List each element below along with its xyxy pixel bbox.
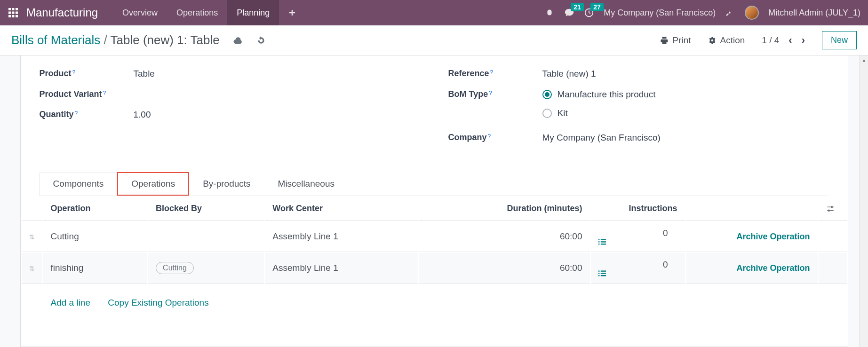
list-icon[interactable] [598,270,677,276]
apps-icon[interactable] [8,7,19,18]
action-label: Action [720,35,745,46]
drag-handle-icon[interactable]: ⇅ [29,265,35,272]
scroll-up-icon[interactable]: ▴ [860,55,868,64]
tools-icon[interactable] [725,8,735,18]
svg-rect-12 [598,239,599,240]
svg-rect-0 [8,8,11,10]
tab-components[interactable]: Components [40,173,118,196]
svg-rect-8 [16,15,18,17]
nav-add-icon[interactable] [279,9,305,16]
pager: 1 / 4 ‹ › [762,34,805,47]
th-blocked-by[interactable]: Blocked By [148,197,264,221]
drag-handle-icon[interactable]: ⇅ [29,233,35,241]
window-scrollbar[interactable]: ▴ [859,55,868,347]
quantity-value[interactable]: 1.00 [134,110,151,120]
activities-badge: 27 [590,3,604,11]
svg-rect-16 [598,244,599,244]
product-value[interactable]: Table [134,69,155,79]
control-bar: Bills of Materials / Table (new) 1: Tabl… [0,25,868,55]
breadcrumb-root[interactable]: Bills of Materials [11,33,100,47]
help-icon[interactable]: ? [103,90,106,96]
svg-point-11 [828,209,830,212]
app-name-label[interactable]: Manufacturing [26,6,98,19]
radio-label: Manufacture this product [557,89,656,100]
nav-item-operations[interactable]: Operations [167,0,227,25]
cell-blocked-by[interactable]: Cutting [148,253,264,284]
breadcrumb-current: Table (new) 1: Table [111,33,220,47]
reference-value[interactable]: Table (new) 1 [542,69,596,79]
archive-operation-link[interactable]: Archive Operation [736,263,810,273]
company-label: Company? [448,133,542,142]
company-value[interactable]: My Company (San Francisco) [542,133,661,143]
help-icon[interactable]: ? [75,110,78,117]
svg-rect-4 [12,12,15,14]
blocked-by-chip: Cutting [156,262,194,274]
activities-icon[interactable]: 27 [584,8,594,18]
cell-blocked-by[interactable] [148,221,264,252]
th-duration[interactable]: Duration (minutes) [419,197,590,221]
cell-instructions[interactable]: 0 [591,253,685,284]
th-work-center[interactable]: Work Center [265,197,418,221]
pager-text[interactable]: 1 / 4 [762,35,779,46]
list-icon[interactable] [598,238,677,245]
help-icon[interactable]: ? [489,90,492,96]
new-button[interactable]: New [822,31,857,49]
svg-rect-7 [12,15,15,17]
operations-table: Operation Blocked By Work Center Duratio… [21,196,848,322]
bom-type-radio-kit[interactable]: Kit [542,108,656,118]
table-row[interactable]: ⇅ Cutting Assembly Line 1 60:00 0 Archiv… [22,221,847,252]
messages-badge: 21 [571,3,584,11]
svg-point-10 [830,206,833,208]
pager-prev-icon[interactable]: ‹ [788,34,792,47]
svg-rect-21 [600,273,605,274]
archive-operation-link[interactable]: Archive Operation [736,232,810,241]
cloud-save-icon[interactable] [233,36,243,45]
company-switcher[interactable]: My Company (San Francisco) [604,8,716,18]
svg-rect-23 [600,275,605,276]
help-icon[interactable]: ? [488,133,491,140]
user-menu[interactable]: Mitchell Admin (JULY_1) [768,8,860,18]
tab-operations[interactable]: Operations [117,172,189,196]
svg-rect-2 [16,8,18,10]
cell-operation[interactable]: finishing [43,253,148,284]
product-label: Product? [40,69,134,79]
tabs: Components Operations By-products Miscel… [40,172,829,196]
tab-by-products[interactable]: By-products [189,173,264,196]
cell-operation[interactable]: Cutting [43,221,148,252]
nav-item-overview[interactable]: Overview [113,0,167,25]
help-icon[interactable]: ? [72,69,76,76]
quantity-label: Quantity? [40,110,134,119]
th-instructions[interactable]: Instructions [591,197,685,221]
svg-rect-5 [16,12,18,14]
action-button[interactable]: Action [708,35,745,46]
svg-rect-18 [598,270,599,271]
nav-item-planning[interactable]: Planning [227,0,279,25]
cell-work-center[interactable]: Assembly Line 1 [265,221,418,252]
copy-existing-link[interactable]: Copy Existing Operations [100,291,216,315]
svg-rect-22 [598,275,599,276]
discard-icon[interactable] [256,36,266,45]
debug-icon[interactable] [544,8,555,18]
tab-miscellaneous[interactable]: Miscellaneous [264,173,348,196]
svg-rect-20 [598,273,599,274]
cell-instructions[interactable]: 0 [591,221,685,252]
help-icon[interactable]: ? [490,69,494,76]
column-settings-icon[interactable] [826,205,839,212]
pager-next-icon[interactable]: › [802,34,805,47]
cell-duration[interactable]: 60:00 [419,253,590,284]
svg-rect-1 [12,8,15,10]
messages-icon[interactable]: 21 [564,8,574,18]
radio-label: Kit [557,108,568,118]
table-row[interactable]: ⇅ finishing Cutting Assembly Line 1 60:0… [22,253,847,284]
add-line-link[interactable]: Add a line [43,291,98,315]
bom-type-radio-manufacture[interactable]: Manufacture this product [542,89,656,100]
radio-checked-icon [542,90,552,99]
radio-unchecked-icon [542,109,552,118]
avatar[interactable] [745,6,759,20]
breadcrumb: Bills of Materials / Table (new) 1: Tabl… [11,33,220,47]
print-button[interactable]: Print [660,35,691,46]
th-operation[interactable]: Operation [43,197,148,221]
svg-rect-19 [600,270,605,271]
cell-work-center[interactable]: Assembly Line 1 [265,253,418,284]
cell-duration[interactable]: 60:00 [419,221,590,252]
